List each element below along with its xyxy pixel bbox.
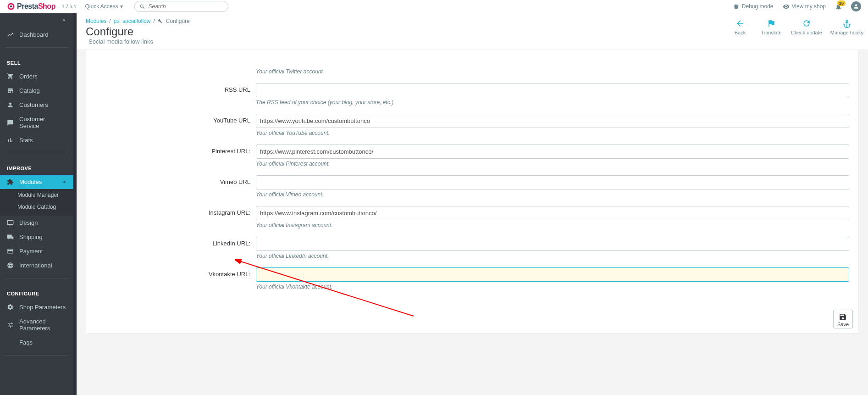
globe-icon bbox=[7, 262, 14, 269]
tune-icon bbox=[7, 322, 14, 328]
flag-icon bbox=[767, 19, 776, 28]
notif-badge: 25 bbox=[837, 0, 846, 6]
input-instagram[interactable] bbox=[256, 206, 849, 220]
cart-icon bbox=[7, 73, 14, 80]
chevron-up-icon bbox=[61, 178, 68, 185]
label-rss: RSS URL bbox=[95, 83, 256, 93]
page-subtitle: Social media follow links bbox=[86, 38, 859, 45]
action-back[interactable]: Back bbox=[729, 19, 752, 35]
action-manage-hooks[interactable]: Manage hooks bbox=[830, 19, 863, 35]
chat-icon bbox=[7, 119, 14, 126]
label-vkontakte: Vkontakte URL: bbox=[95, 267, 256, 278]
input-rss[interactable] bbox=[256, 83, 849, 97]
sidebar-section-sell: SELL bbox=[0, 53, 73, 69]
row-vimeo: Vimeo URL Your official Vimeo account. bbox=[95, 175, 849, 203]
monitor-icon bbox=[7, 219, 14, 226]
hint-linkedin: Your official LinkedIn account. bbox=[256, 253, 849, 259]
action-translate[interactable]: Translate bbox=[760, 19, 783, 35]
row-twitter: Twitter URL Your official Twitter accoun… bbox=[95, 52, 849, 80]
sidebar-item-customer-service[interactable]: Customer Service bbox=[0, 112, 73, 133]
search-input[interactable] bbox=[149, 3, 223, 10]
refresh-icon bbox=[802, 19, 811, 28]
arrow-back-icon bbox=[735, 19, 745, 28]
hint-rss: The RSS feed of your choice (your blog, … bbox=[256, 99, 849, 106]
topbar: PrestaShop 1.7.6.4 Quick Access▾ Debug m… bbox=[0, 0, 868, 13]
hint-vkontakte: Your official Vkontakte account. bbox=[256, 284, 849, 290]
sidebar-scrollbar[interactable] bbox=[73, 13, 77, 395]
hint-twitter: Your official Twitter account. bbox=[256, 68, 849, 75]
save-icon bbox=[839, 313, 847, 321]
label-youtube: YouTube URL bbox=[95, 114, 256, 124]
sidebar-item-advanced-parameters[interactable]: Advanced Parameters bbox=[0, 314, 73, 335]
chevron-double-left-icon bbox=[61, 18, 67, 22]
version-label: 1.7.6.4 bbox=[62, 4, 76, 9]
truck-icon bbox=[7, 234, 14, 240]
input-youtube[interactable] bbox=[256, 114, 849, 128]
label-instagram: Instagram URL: bbox=[95, 206, 256, 216]
hint-vimeo: Your official Vimeo account. bbox=[256, 191, 849, 198]
sidebar-section-configure: CONFIGURE bbox=[0, 284, 73, 300]
row-pinterest: Pinterest URL: Your official Pinterest a… bbox=[95, 145, 849, 172]
row-rss: RSS URL The RSS feed of your choice (you… bbox=[95, 83, 849, 111]
sidebar: Dashboard SELL Orders Catalog Customers … bbox=[0, 13, 73, 395]
eye-icon bbox=[783, 3, 790, 10]
page-header: Modules / ps_socialfollow / Configure Co… bbox=[77, 13, 868, 50]
sidebar-sub-module-manager[interactable]: Module Manager bbox=[0, 189, 73, 201]
sidebar-section-improve: IMPROVE bbox=[0, 159, 73, 175]
row-instagram: Instagram URL: Your official Instagram a… bbox=[95, 206, 849, 234]
gear-icon bbox=[7, 304, 14, 311]
search-wrapper[interactable] bbox=[134, 1, 228, 12]
sidebar-item-shipping[interactable]: Shipping bbox=[0, 230, 73, 244]
person-icon bbox=[853, 3, 859, 10]
sidebar-item-stats[interactable]: Stats bbox=[0, 133, 73, 147]
trending-icon bbox=[7, 31, 14, 38]
row-vkontakte: Vkontakte URL: Your official Vkontakte a… bbox=[95, 267, 849, 295]
debug-mode-link[interactable]: Debug mode bbox=[733, 3, 774, 10]
input-vimeo[interactable] bbox=[256, 175, 849, 189]
sidebar-collapse-button[interactable] bbox=[0, 13, 73, 28]
sidebar-item-shop-parameters[interactable]: Shop Parameters bbox=[0, 300, 73, 314]
store-icon bbox=[7, 87, 14, 94]
sidebar-item-faqs[interactable]: Faqs bbox=[0, 335, 73, 350]
person-icon bbox=[7, 101, 14, 108]
input-linkedin[interactable] bbox=[256, 237, 849, 251]
anchor-icon bbox=[842, 19, 851, 28]
notifications-button[interactable]: 25 bbox=[835, 3, 842, 10]
input-vkontakte[interactable] bbox=[256, 267, 849, 282]
action-check-update[interactable]: Check update bbox=[791, 19, 822, 35]
form-panel: Twitter URL Your official Twitter accoun… bbox=[86, 50, 859, 334]
breadcrumb-modules[interactable]: Modules bbox=[86, 18, 106, 24]
bar-chart-icon bbox=[7, 137, 14, 144]
sidebar-sub-module-catalog[interactable]: Module Catalog bbox=[0, 201, 73, 213]
search-icon bbox=[139, 4, 145, 10]
hint-instagram: Your official Instagram account. bbox=[256, 222, 849, 228]
row-youtube: YouTube URL Your official YouTube accoun… bbox=[95, 114, 849, 142]
logo[interactable]: PrestaShop bbox=[7, 2, 55, 11]
wrench-icon bbox=[158, 19, 162, 23]
label-linkedin: LinkedIn URL: bbox=[95, 237, 256, 247]
logo-icon bbox=[7, 2, 15, 11]
hint-youtube: Your official YouTube account. bbox=[256, 130, 849, 136]
label-vimeo: Vimeo URL bbox=[95, 175, 256, 185]
sidebar-item-dashboard[interactable]: Dashboard bbox=[0, 28, 73, 42]
sidebar-item-modules[interactable]: Modules bbox=[0, 175, 73, 189]
svg-point-2 bbox=[10, 6, 12, 8]
quick-access-dropdown[interactable]: Quick Access▾ bbox=[85, 3, 123, 10]
sidebar-item-catalog[interactable]: Catalog bbox=[0, 83, 73, 98]
sidebar-item-design[interactable]: Design bbox=[0, 216, 73, 230]
label-pinterest: Pinterest URL: bbox=[95, 145, 256, 155]
sidebar-item-payment[interactable]: Payment bbox=[0, 244, 73, 258]
profile-avatar[interactable] bbox=[851, 1, 861, 11]
save-button[interactable]: Save bbox=[833, 310, 853, 328]
sidebar-item-orders[interactable]: Orders bbox=[0, 69, 73, 83]
sidebar-item-international[interactable]: International bbox=[0, 258, 73, 273]
puzzle-icon bbox=[7, 178, 14, 185]
row-linkedin: LinkedIn URL: Your official LinkedIn acc… bbox=[95, 237, 849, 265]
credit-card-icon bbox=[7, 248, 14, 255]
sidebar-item-customers[interactable]: Customers bbox=[0, 98, 73, 112]
breadcrumb-configure: Configure bbox=[166, 18, 190, 24]
bug-icon bbox=[733, 3, 740, 10]
breadcrumb-module-name[interactable]: ps_socialfollow bbox=[114, 18, 151, 24]
input-pinterest[interactable] bbox=[256, 145, 849, 159]
view-shop-link[interactable]: View my shop bbox=[783, 3, 826, 10]
